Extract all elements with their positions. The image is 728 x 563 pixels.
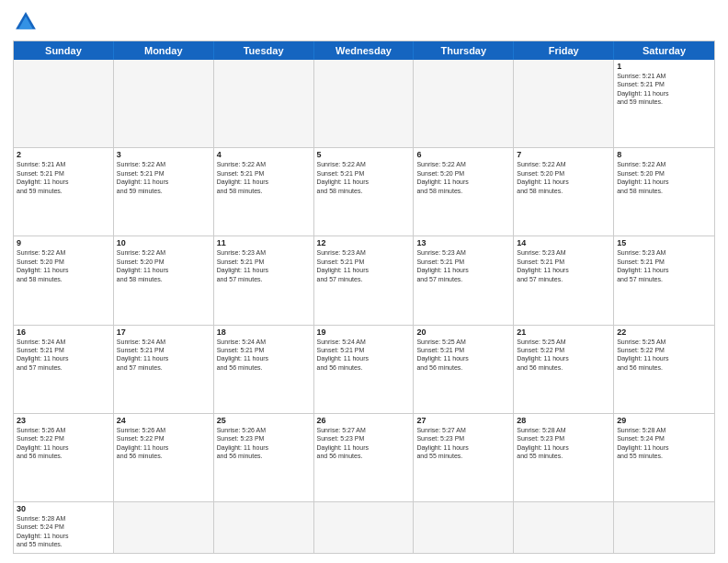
day-number: 4 xyxy=(217,150,311,159)
day-cell-8: 8Sunrise: 5:22 AM Sunset: 5:20 PM Daylig… xyxy=(614,148,714,236)
day-number: 15 xyxy=(617,238,711,247)
page: SundayMondayTuesdayWednesdayThursdayFrid… xyxy=(0,0,728,563)
day-info: Sunrise: 5:26 AM Sunset: 5:22 PM Dayligh… xyxy=(17,426,110,461)
day-info: Sunrise: 5:28 AM Sunset: 5:24 PM Dayligh… xyxy=(17,514,110,549)
day-cell-empty-0-0 xyxy=(14,60,114,147)
day-number: 8 xyxy=(617,150,711,159)
day-cell-empty-0-1 xyxy=(114,60,214,147)
day-cell-19: 19Sunrise: 5:24 AM Sunset: 5:21 PM Dayli… xyxy=(314,326,415,413)
day-number: 25 xyxy=(217,416,311,425)
calendar: SundayMondayTuesdayWednesdayThursdayFrid… xyxy=(13,40,715,554)
day-number: 26 xyxy=(317,416,411,425)
day-info: Sunrise: 5:28 AM Sunset: 5:24 PM Dayligh… xyxy=(617,426,711,461)
day-cell-20: 20Sunrise: 5:25 AM Sunset: 5:21 PM Dayli… xyxy=(414,326,514,413)
day-number: 3 xyxy=(117,150,210,159)
day-cell-6: 6Sunrise: 5:22 AM Sunset: 5:20 PM Daylig… xyxy=(414,148,514,236)
day-info: Sunrise: 5:22 AM Sunset: 5:21 PM Dayligh… xyxy=(317,160,411,195)
day-info: Sunrise: 5:23 AM Sunset: 5:21 PM Dayligh… xyxy=(217,248,311,283)
day-info: Sunrise: 5:24 AM Sunset: 5:21 PM Dayligh… xyxy=(217,338,311,373)
day-cell-29: 29Sunrise: 5:28 AM Sunset: 5:24 PM Dayli… xyxy=(614,414,714,501)
day-number: 9 xyxy=(17,238,110,247)
day-info: Sunrise: 5:22 AM Sunset: 5:20 PM Dayligh… xyxy=(416,160,510,195)
day-info: Sunrise: 5:26 AM Sunset: 5:23 PM Dayligh… xyxy=(217,426,311,461)
day-number: 16 xyxy=(17,327,110,337)
logo-icon xyxy=(13,9,39,35)
day-info: Sunrise: 5:25 AM Sunset: 5:22 PM Dayligh… xyxy=(517,338,610,373)
weekday-header-sunday: Sunday xyxy=(14,41,114,60)
day-info: Sunrise: 5:25 AM Sunset: 5:22 PM Dayligh… xyxy=(617,338,711,373)
day-info: Sunrise: 5:28 AM Sunset: 5:23 PM Dayligh… xyxy=(517,426,610,461)
day-cell-15: 15Sunrise: 5:23 AM Sunset: 5:21 PM Dayli… xyxy=(614,236,714,324)
day-info: Sunrise: 5:21 AM Sunset: 5:21 PM Dayligh… xyxy=(617,72,711,107)
day-cell-empty-5-6 xyxy=(614,502,714,553)
day-cell-empty-0-2 xyxy=(214,60,314,147)
header xyxy=(13,9,715,35)
day-number: 1 xyxy=(617,62,711,71)
day-info: Sunrise: 5:22 AM Sunset: 5:21 PM Dayligh… xyxy=(117,160,210,195)
day-number: 23 xyxy=(17,416,110,425)
weekday-header-saturday: Saturday xyxy=(614,41,714,60)
day-number: 2 xyxy=(17,150,110,159)
day-cell-11: 11Sunrise: 5:23 AM Sunset: 5:21 PM Dayli… xyxy=(214,236,314,324)
day-info: Sunrise: 5:27 AM Sunset: 5:23 PM Dayligh… xyxy=(416,426,510,461)
calendar-header: SundayMondayTuesdayWednesdayThursdayFrid… xyxy=(14,41,714,60)
day-cell-2: 2Sunrise: 5:21 AM Sunset: 5:21 PM Daylig… xyxy=(14,148,114,236)
day-cell-7: 7Sunrise: 5:22 AM Sunset: 5:20 PM Daylig… xyxy=(514,148,614,236)
day-info: Sunrise: 5:27 AM Sunset: 5:23 PM Dayligh… xyxy=(317,426,411,461)
day-cell-empty-5-2 xyxy=(214,502,314,553)
day-info: Sunrise: 5:21 AM Sunset: 5:21 PM Dayligh… xyxy=(17,160,110,195)
day-cell-28: 28Sunrise: 5:28 AM Sunset: 5:23 PM Dayli… xyxy=(514,414,614,501)
day-cell-30: 30Sunrise: 5:28 AM Sunset: 5:24 PM Dayli… xyxy=(14,502,114,553)
weekday-header-friday: Friday xyxy=(514,41,614,60)
cal-row-4: 23Sunrise: 5:26 AM Sunset: 5:22 PM Dayli… xyxy=(14,413,714,501)
day-info: Sunrise: 5:24 AM Sunset: 5:21 PM Dayligh… xyxy=(117,338,210,373)
day-info: Sunrise: 5:22 AM Sunset: 5:20 PM Dayligh… xyxy=(617,160,711,195)
day-cell-empty-5-5 xyxy=(514,502,614,553)
day-info: Sunrise: 5:23 AM Sunset: 5:21 PM Dayligh… xyxy=(317,248,411,283)
day-info: Sunrise: 5:22 AM Sunset: 5:21 PM Dayligh… xyxy=(217,160,311,195)
cal-row-2: 9Sunrise: 5:22 AM Sunset: 5:20 PM Daylig… xyxy=(14,236,714,324)
day-number: 19 xyxy=(317,327,411,337)
day-number: 10 xyxy=(117,238,210,247)
day-cell-24: 24Sunrise: 5:26 AM Sunset: 5:22 PM Dayli… xyxy=(114,414,214,501)
day-number: 28 xyxy=(517,416,610,425)
day-cell-empty-5-3 xyxy=(314,502,415,553)
cal-row-1: 2Sunrise: 5:21 AM Sunset: 5:21 PM Daylig… xyxy=(14,147,714,236)
day-cell-14: 14Sunrise: 5:23 AM Sunset: 5:21 PM Dayli… xyxy=(514,236,614,324)
day-info: Sunrise: 5:23 AM Sunset: 5:21 PM Dayligh… xyxy=(517,248,610,283)
day-number: 29 xyxy=(617,416,711,425)
day-cell-27: 27Sunrise: 5:27 AM Sunset: 5:23 PM Dayli… xyxy=(414,414,514,501)
cal-row-0: 1Sunrise: 5:21 AM Sunset: 5:21 PM Daylig… xyxy=(14,60,714,147)
day-number: 24 xyxy=(117,416,210,425)
day-number: 17 xyxy=(117,327,210,337)
day-cell-17: 17Sunrise: 5:24 AM Sunset: 5:21 PM Dayli… xyxy=(114,326,214,413)
day-cell-4: 4Sunrise: 5:22 AM Sunset: 5:21 PM Daylig… xyxy=(214,148,314,236)
day-cell-empty-5-1 xyxy=(114,502,214,553)
day-info: Sunrise: 5:24 AM Sunset: 5:21 PM Dayligh… xyxy=(317,338,411,373)
day-cell-empty-0-4 xyxy=(414,60,514,147)
logo xyxy=(13,9,42,35)
day-number: 30 xyxy=(17,504,110,513)
weekday-header-tuesday: Tuesday xyxy=(214,41,314,60)
day-number: 20 xyxy=(416,327,510,337)
day-number: 5 xyxy=(317,150,411,159)
day-cell-empty-0-3 xyxy=(314,60,415,147)
day-cell-25: 25Sunrise: 5:26 AM Sunset: 5:23 PM Dayli… xyxy=(214,414,314,501)
day-cell-empty-5-4 xyxy=(414,502,514,553)
day-cell-13: 13Sunrise: 5:23 AM Sunset: 5:21 PM Dayli… xyxy=(414,236,514,324)
day-cell-23: 23Sunrise: 5:26 AM Sunset: 5:22 PM Dayli… xyxy=(14,414,114,501)
day-number: 7 xyxy=(517,150,610,159)
day-number: 27 xyxy=(416,416,510,425)
day-number: 6 xyxy=(416,150,510,159)
weekday-header-wednesday: Wednesday xyxy=(314,41,415,60)
day-info: Sunrise: 5:24 AM Sunset: 5:21 PM Dayligh… xyxy=(17,338,110,373)
day-number: 21 xyxy=(517,327,610,337)
day-cell-empty-0-5 xyxy=(514,60,614,147)
day-cell-21: 21Sunrise: 5:25 AM Sunset: 5:22 PM Dayli… xyxy=(514,326,614,413)
day-info: Sunrise: 5:23 AM Sunset: 5:21 PM Dayligh… xyxy=(617,248,711,283)
day-cell-1: 1Sunrise: 5:21 AM Sunset: 5:21 PM Daylig… xyxy=(614,60,714,147)
day-info: Sunrise: 5:25 AM Sunset: 5:21 PM Dayligh… xyxy=(416,338,510,373)
day-number: 12 xyxy=(317,238,411,247)
day-cell-26: 26Sunrise: 5:27 AM Sunset: 5:23 PM Dayli… xyxy=(314,414,415,501)
day-cell-10: 10Sunrise: 5:22 AM Sunset: 5:20 PM Dayli… xyxy=(114,236,214,324)
